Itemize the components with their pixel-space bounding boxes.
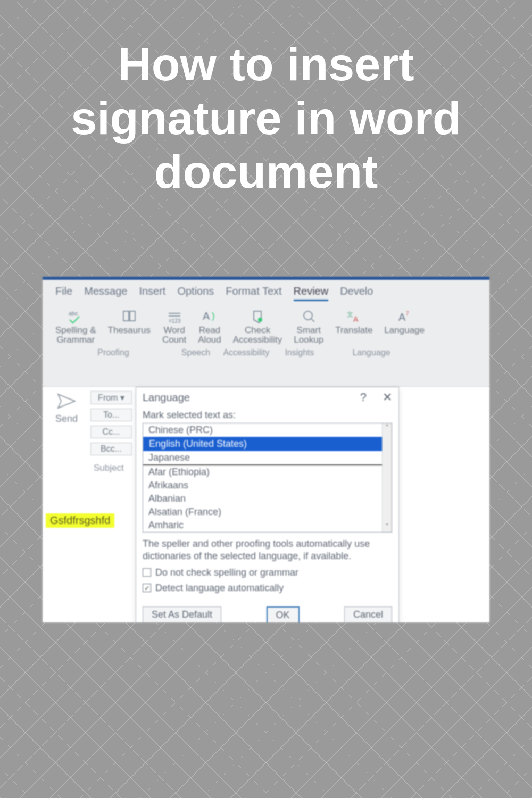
group-insights: Insights [276,348,323,358]
abc-check-icon: abc [66,309,85,325]
group-language: Language [323,348,419,358]
send-label: Send [48,413,85,425]
group-speech: Speech [174,348,217,358]
ribbon-spelling[interactable]: abc Spelling & Grammar [52,306,99,347]
list-item[interactable]: Afar (Ethiopia) [143,466,392,479]
set-default-button[interactable]: Set As Default [143,606,221,622]
checkbox-no-spellcheck[interactable] [143,568,151,577]
language-dialog: Language ? ✕ Mark selected text as: Chin… [136,387,399,622]
from-button[interactable]: From ▾ [90,391,132,404]
tab-review[interactable]: Review [294,285,329,301]
dialog-note: The speller and other proofing tools aut… [143,538,392,563]
close-icon[interactable]: ✕ [383,390,392,404]
ribbon-translate[interactable]: 文A Translate [332,306,376,347]
ribbon: abc Spelling & Grammar Thesaurus =123 Wo… [43,304,489,347]
recipient-fields: From ▾ To... Cc... Bcc... Subject [90,391,132,473]
list-item[interactable]: Japanese [143,451,392,466]
translate-icon: 文A [345,309,363,325]
tab-options[interactable]: Options [177,285,214,301]
tab-developer[interactable]: Develo [340,285,373,301]
list-item[interactable]: Amharic [143,519,392,532]
ribbon-label: Translate [335,326,372,335]
scrollbar[interactable]: ˄ ˅ [382,423,392,532]
svg-text:=123: =123 [169,318,181,324]
send-button[interactable]: Send [48,392,85,425]
compose-area: Send From ▾ To... Cc... Bcc... Subject G… [43,386,489,622]
svg-text:A: A [398,311,406,323]
ribbon-tabs: File Message Insert Options Format Text … [43,280,489,304]
tab-message[interactable]: Message [84,285,127,301]
mark-label: Mark selected text as: [143,410,392,421]
read-aloud-icon: A [201,309,219,325]
checkbox-label: Detect language automatically [155,583,284,594]
svg-text:abc: abc [69,310,78,317]
word-window: File Message Insert Options Format Text … [43,277,489,622]
word-count-icon: =123 [165,309,184,325]
language-listbox[interactable]: Chinese (PRC) English (United States) Ja… [143,423,392,533]
to-button[interactable]: To... [90,409,132,421]
scroll-down-icon[interactable]: ˅ [383,522,392,532]
ribbon-label: Read Aloud [198,326,221,345]
ribbon-group-names: Proofing Speech Accessibility Insights L… [43,347,489,361]
ribbon-accessibility[interactable]: Check Accessibility [230,306,286,347]
bcc-button[interactable]: Bcc... [90,443,132,455]
scroll-up-icon[interactable]: ˄ [383,423,392,433]
svg-text:A: A [353,315,359,323]
svg-point-7 [258,318,262,322]
svg-point-8 [304,311,312,320]
svg-text:7: 7 [406,311,409,317]
language-icon: A7 [395,309,413,325]
group-proofing: Proofing [52,348,174,358]
list-item-selected[interactable]: English (United States) [143,437,392,451]
svg-rect-1 [123,311,129,321]
book-icon [120,309,138,325]
page-title: How to insert signature in word document [27,37,505,199]
ok-button[interactable]: OK [267,606,300,622]
ribbon-label: Language [384,326,425,335]
svg-text:文: 文 [347,311,353,318]
help-icon[interactable]: ? [360,390,367,404]
ribbon-smart-lookup[interactable]: Smart Lookup [290,306,327,347]
svg-line-9 [311,319,314,322]
subject-label: Subject [94,463,132,473]
tab-insert[interactable]: Insert [139,285,165,301]
lookup-icon [300,309,318,325]
ribbon-thesaurus[interactable]: Thesaurus [105,306,154,347]
ribbon-label: Check Accessibility [233,326,282,345]
cc-button[interactable]: Cc... [90,426,132,438]
group-accessibility: Accessibility [217,348,276,358]
cancel-button[interactable]: Cancel [344,606,392,622]
list-item[interactable]: Albanian [143,492,392,505]
svg-text:A: A [203,310,210,322]
ribbon-label: Word Count [162,326,186,345]
checkbox-detect-language[interactable]: ✓ [143,584,151,592]
accessibility-icon [248,309,267,325]
checkbox-label: Do not check spelling or grammar [155,567,298,578]
list-item[interactable]: Chinese (PRC) [143,423,392,437]
ribbon-label: Spelling & Grammar [55,326,96,345]
tab-file[interactable]: File [55,285,72,301]
ribbon-label: Thesaurus [108,326,151,335]
ribbon-word-count[interactable]: =123 Word Count [159,306,189,347]
send-icon [56,392,77,410]
tab-format-text[interactable]: Format Text [226,285,281,301]
dialog-title: Language [143,392,190,404]
svg-rect-2 [130,311,135,321]
list-item[interactable]: Afrikaans [143,479,392,492]
ribbon-read-aloud[interactable]: A Read Aloud [195,306,224,347]
list-item[interactable]: Alsatian (France) [143,505,392,519]
highlighted-body-text[interactable]: Gsfdfrsgshfd [46,513,114,528]
ribbon-label: Smart Lookup [294,326,323,345]
ribbon-language[interactable]: A7 Language [381,306,428,347]
